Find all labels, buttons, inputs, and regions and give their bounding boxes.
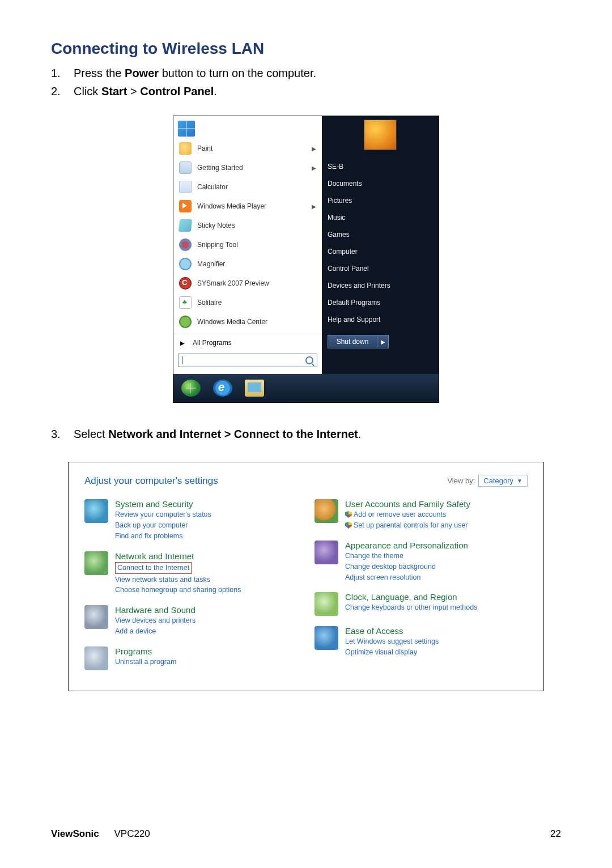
start-item-label: Getting Started: [197, 164, 243, 172]
start-item-calculator[interactable]: Calculator: [173, 177, 322, 197]
getting-started-icon: [179, 161, 192, 174]
submenu-arrow-icon: ▶: [312, 203, 316, 210]
search-icon: [305, 356, 313, 364]
start-item-wmp[interactable]: Windows Media Player ▶: [173, 197, 322, 216]
system-security-icon: [84, 499, 108, 523]
bold: Start: [101, 85, 128, 97]
start-item-wmc[interactable]: Windows Media Center: [173, 312, 322, 331]
bold: Power: [125, 67, 159, 79]
all-programs-label: All Programs: [193, 339, 232, 347]
user-avatar-icon: [364, 120, 397, 150]
start-item-snipping-tool[interactable]: Snipping Tool: [173, 235, 322, 254]
start-right-games[interactable]: Games: [328, 226, 433, 243]
category-link[interactable]: Uninstall a program: [115, 657, 176, 667]
category-link[interactable]: View network status and tasks: [115, 575, 241, 585]
start-item-sticky-notes[interactable]: Sticky Notes: [173, 216, 322, 235]
start-item-label: Sticky Notes: [197, 222, 235, 229]
category-link[interactable]: Change the theme: [345, 551, 468, 561]
category-body: Appearance and Personalization Change th…: [345, 541, 468, 582]
control-panel-title: Adjust your computer's settings: [84, 475, 218, 487]
view-by-value: Category: [483, 476, 513, 485]
category-link[interactable]: Add a device: [115, 627, 196, 636]
step-number: 1.: [51, 65, 74, 82]
internet-explorer-icon[interactable]: [213, 380, 232, 397]
category-link[interactable]: Set up parental controls for any user: [345, 521, 470, 530]
text: Select: [74, 428, 108, 440]
category-link[interactable]: Let Windows suggest settings: [345, 637, 439, 646]
category-title[interactable]: Appearance and Personalization: [345, 541, 468, 550]
category-title[interactable]: Programs: [115, 646, 176, 656]
text-cursor-icon: [182, 356, 182, 364]
start-menu-body: Paint ▶ Getting Started ▶ Calculator Win…: [173, 116, 439, 374]
step-text: Select Network and Internet > Connect to…: [74, 426, 361, 442]
category-link[interactable]: Add or remove user accounts: [345, 510, 470, 520]
media-center-icon: [179, 316, 192, 328]
control-panel-header: Adjust your computer's settings View by:…: [84, 475, 528, 487]
page-footer: ViewSonic VPC220 22: [51, 828, 561, 840]
start-item-sysmark[interactable]: SYSmark 2007 Preview: [173, 274, 322, 293]
category-link[interactable]: Back up your computer: [115, 521, 211, 530]
start-right-control-panel[interactable]: Control Panel: [328, 260, 433, 277]
category-title[interactable]: User Accounts and Family Safety: [345, 499, 470, 509]
start-search-input[interactable]: [178, 354, 317, 367]
start-item-getting-started[interactable]: Getting Started ▶: [173, 158, 322, 177]
file-explorer-icon[interactable]: [245, 380, 264, 397]
category-link[interactable]: Optimize visual display: [345, 648, 439, 657]
footer-model: VPC220: [114, 828, 150, 839]
start-right-music[interactable]: Music: [328, 209, 433, 226]
start-right-user[interactable]: SE-B: [328, 158, 433, 175]
category-link[interactable]: Change desktop background: [345, 562, 468, 572]
start-item-magnifier[interactable]: Magnifier: [173, 254, 322, 274]
chevron-down-icon: ▼: [517, 478, 522, 484]
footer-left: ViewSonic VPC220: [51, 828, 150, 840]
category-title[interactable]: Network and Internet: [115, 551, 241, 561]
category-link[interactable]: View devices and printers: [115, 616, 196, 626]
category-link[interactable]: Review your computer's status: [115, 510, 211, 520]
start-right-devices[interactable]: Devices and Printers: [328, 277, 433, 294]
step-2: 2. Click Start > Control Panel.: [51, 83, 561, 100]
media-player-icon: [179, 200, 192, 212]
start-right-default-programs[interactable]: Default Programs: [328, 294, 433, 311]
start-item-solitaire[interactable]: Solitaire: [173, 293, 322, 312]
start-all-programs[interactable]: ▶ All Programs: [173, 334, 322, 350]
start-right-pictures[interactable]: Pictures: [328, 192, 433, 209]
category-title[interactable]: Hardware and Sound: [115, 605, 196, 615]
category-link[interactable]: Change keyboards or other input methods: [345, 603, 477, 612]
start-menu-screenshot: Paint ▶ Getting Started ▶ Calculator Win…: [173, 116, 439, 403]
category-title[interactable]: Ease of Access: [345, 626, 439, 636]
start-button-icon[interactable]: [181, 380, 201, 397]
sticky-notes-icon: [178, 219, 192, 232]
start-right-computer[interactable]: Computer: [328, 243, 433, 260]
category-ease-of-access: Ease of Access Let Windows suggest setti…: [314, 626, 528, 657]
hardware-sound-icon: [84, 605, 108, 629]
category-link-highlighted[interactable]: Connect to the Internet: [115, 562, 192, 574]
shutdown-group: Shut down ▶: [328, 335, 389, 348]
category-link[interactable]: Choose homegroup and sharing options: [115, 585, 241, 595]
category-appearance: Appearance and Personalization Change th…: [314, 541, 528, 582]
shutdown-button[interactable]: Shut down: [328, 335, 377, 348]
section-heading: Connecting to Wireless LAN: [51, 40, 561, 58]
shutdown-dropdown-button[interactable]: ▶: [377, 335, 389, 348]
control-panel-left-column: System and Security Review your computer…: [84, 499, 298, 670]
view-by-dropdown[interactable]: Category ▼: [478, 475, 528, 487]
step-list-bottom: 3. Select Network and Internet > Connect…: [51, 426, 561, 442]
start-right-documents[interactable]: Documents: [328, 175, 433, 192]
category-clock-language: Clock, Language, and Region Change keybo…: [314, 592, 528, 616]
shield-icon: [345, 511, 352, 518]
step-number: 2.: [51, 83, 74, 100]
control-panel-right-column: User Accounts and Family Safety Add or r…: [314, 499, 528, 670]
start-right-help[interactable]: Help and Support: [328, 311, 433, 328]
submenu-arrow-icon: ▶: [312, 146, 316, 152]
windows-logo-icon: [178, 121, 195, 137]
start-item-paint[interactable]: Paint ▶: [173, 139, 322, 158]
category-title[interactable]: System and Security: [115, 499, 211, 509]
text: Click: [74, 85, 101, 97]
text: Press the: [74, 67, 125, 79]
category-title[interactable]: Clock, Language, and Region: [345, 592, 477, 602]
category-link[interactable]: Find and fix problems: [115, 531, 211, 541]
start-item-label: Windows Media Center: [197, 318, 267, 326]
control-panel-columns: System and Security Review your computer…: [84, 499, 528, 670]
paint-icon: [179, 142, 192, 155]
category-link[interactable]: Adjust screen resolution: [345, 573, 468, 582]
view-by-label: View by:: [447, 476, 475, 485]
